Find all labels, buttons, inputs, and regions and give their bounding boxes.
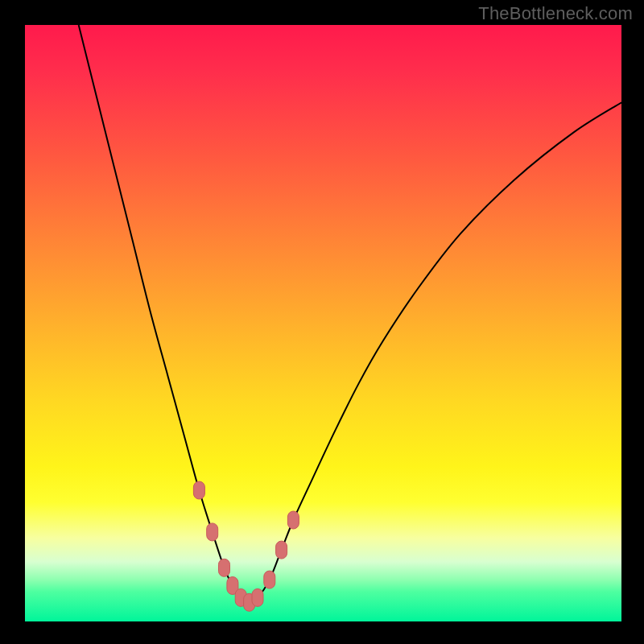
watermark-text: TheBottleneck.com [478, 3, 633, 24]
marker-dot [207, 523, 218, 541]
chart-frame: TheBottleneck.com [0, 0, 644, 644]
marker-dot [264, 571, 275, 588]
marker-dot [193, 481, 204, 499]
marker-dot [287, 511, 299, 529]
plot-area [25, 25, 621, 621]
marker-group [193, 481, 299, 611]
marker-dot [276, 541, 287, 559]
bottleneck-curve [79, 25, 621, 602]
marker-dot [219, 559, 230, 576]
curve-layer [25, 25, 621, 621]
marker-dot [252, 588, 263, 606]
